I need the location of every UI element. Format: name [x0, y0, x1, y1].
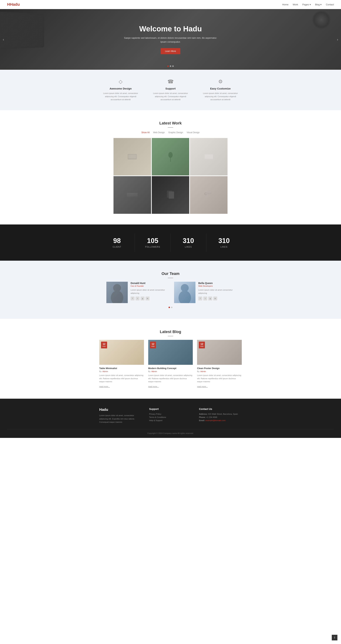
team-photo-donald — [106, 282, 128, 303]
blog-grid: 12 FEB Table Minimalist By: Admin Lorem … — [99, 340, 242, 388]
footer-address: Address: 415 Walk Street, Barcelona, Spa… — [199, 413, 242, 415]
footer-help[interactable]: Help & Support — [149, 419, 192, 422]
blog-divider — [168, 336, 173, 336]
svg-rect-7 — [127, 196, 138, 196]
svg-rect-8 — [127, 193, 138, 194]
social-facebook-donald[interactable]: f — [131, 296, 134, 300]
logo-highlight: H — [7, 2, 10, 6]
footer-email-link[interactable]: example@domain.com — [205, 419, 226, 422]
team-member-2: Bella Queen Web Developers Lorem ipsum d… — [174, 282, 235, 303]
work-item-5[interactable] — [152, 176, 189, 214]
feature-customize: ⚙ Easy Customize Lorem ipsum dolor sit a… — [201, 79, 240, 101]
feature-design-desc: Lorem ipsum dolor sit amet, consectetur … — [101, 92, 140, 101]
hero-prev-arrow[interactable]: ‹ — [3, 38, 4, 42]
svg-rect-1 — [128, 154, 136, 158]
blog-image-1: 12 FEB — [99, 340, 144, 365]
blog-section: Latest Blog 12 FEB Table Minimalist By: … — [0, 319, 341, 399]
team-socials-donald: f t g in — [131, 296, 167, 300]
social-twitter-bella[interactable]: t — [203, 296, 207, 300]
social-google-bella[interactable]: g — [208, 296, 212, 300]
feature-support: ☎ Support Lorem ipsum dolor sit amet, co… — [151, 79, 190, 101]
blog-readmore-2[interactable]: read more... — [148, 386, 159, 388]
stat-likes-1-number: 310 — [174, 237, 203, 244]
stat-likes-2-number: 310 — [210, 237, 238, 244]
filter-visual-design[interactable]: Visual Design — [187, 131, 200, 134]
hero-dots — [167, 66, 174, 67]
gear-icon: ⚙ — [201, 79, 240, 84]
footer-copyright: Copyright © 2024 Company name All rights… — [7, 429, 334, 434]
stat-likes-1-label: Likes — [174, 246, 203, 248]
team-section: Our Team Donald Hunt Ceo & Founder Lorem… — [0, 261, 341, 319]
stat-likes-2: 310 Likes — [206, 234, 242, 252]
blog-author-3: By: Admin — [197, 370, 242, 372]
blog-title-2: Modern Building Concept — [148, 367, 193, 370]
hero-cta-button[interactable]: Learn More — [161, 48, 180, 54]
work-item-3[interactable] — [190, 138, 228, 176]
blog-date-3: 12 FEB — [199, 342, 205, 348]
hero-dot-1[interactable] — [167, 66, 169, 67]
svg-rect-10 — [169, 192, 174, 198]
stat-client-label: Client — [103, 246, 131, 248]
footer-privacy[interactable]: Privacy Policy — [149, 413, 192, 415]
blog-card-2: 12 FEB Modern Building Concept By: Admin… — [148, 340, 193, 388]
svg-point-2 — [168, 152, 173, 158]
section-divider — [168, 127, 173, 128]
svg-rect-5 — [205, 154, 213, 158]
svg-point-16 — [179, 290, 191, 303]
social-linkedin-donald[interactable]: in — [146, 296, 149, 300]
social-twitter-donald[interactable]: t — [136, 296, 139, 300]
hero-dot-3[interactable] — [172, 66, 174, 67]
hero-dot-2[interactable] — [170, 66, 171, 67]
team-dot-2[interactable] — [171, 307, 172, 308]
filter-web-design[interactable]: Web Design — [153, 131, 165, 134]
work-item-2[interactable] — [152, 138, 189, 176]
nav-blog[interactable]: Blog ▾ — [315, 3, 322, 6]
footer-brand: Hadu Lorem ipsum dolor sit amet, consect… — [99, 408, 142, 424]
feature-design: ◇ Awesome Design Lorem ipsum dolor sit a… — [101, 79, 140, 101]
hero-section: Welcome to Hadu Saepe sapiente sed labor… — [0, 9, 341, 70]
blog-date-1: 12 FEB — [101, 342, 107, 348]
social-facebook-bella[interactable]: f — [198, 296, 202, 300]
filter-show-all[interactable]: Show All — [141, 131, 149, 134]
hero-camera-decoration — [313, 11, 330, 29]
svg-point-14 — [111, 290, 123, 303]
svg-rect-6 — [127, 194, 138, 195]
work-item-1[interactable] — [113, 138, 151, 176]
work-item-4[interactable] — [113, 176, 151, 214]
nav-pages[interactable]: Pages ▾ — [302, 3, 311, 6]
navigation: HHadu Home Work Pages ▾ Blog ▾ Contact — [0, 0, 341, 9]
social-google-donald[interactable]: g — [141, 296, 144, 300]
logo[interactable]: HHadu — [7, 2, 20, 7]
stat-followers: 105 Followers — [135, 234, 170, 252]
stat-followers-label: Followers — [138, 246, 167, 248]
nav-contact[interactable]: Contact — [326, 3, 334, 6]
stat-likes-1: 310 Likes — [171, 234, 206, 252]
hero-next-arrow[interactable]: › — [337, 38, 338, 42]
blog-readmore-1[interactable]: read more... — [99, 386, 110, 388]
blog-readmore-3[interactable]: read more... — [197, 386, 208, 388]
filter-graphic-design[interactable]: Graphic Design — [168, 131, 183, 134]
team-photo-bella — [174, 282, 195, 303]
blog-author-2: By: Admin — [148, 370, 193, 372]
nav-work[interactable]: Work — [293, 3, 298, 6]
stat-client-number: 98 — [103, 237, 131, 244]
team-info-bella: Bella Queen Web Developers Lorem ipsum d… — [198, 282, 235, 303]
blog-title-3: Clean Poster Design — [197, 367, 242, 370]
blog-card-1: 12 FEB Table Minimalist By: Admin Lorem … — [99, 340, 144, 388]
logo-text: Hadu — [10, 2, 20, 6]
footer-support-links: Privacy Policy Terms & Conditions Help &… — [149, 413, 192, 422]
social-linkedin-bella[interactable]: in — [213, 296, 217, 300]
latest-work-title: Latest Work — [7, 121, 334, 126]
features-grid: ◇ Awesome Design Lorem ipsum dolor sit a… — [94, 79, 247, 101]
blog-author-1: By: Admin — [99, 370, 144, 372]
footer-terms[interactable]: Terms & Conditions — [149, 416, 192, 418]
blog-excerpt-2: Lorem ipsum dolor sit amet, consectetur … — [148, 374, 193, 383]
hero-title: Welcome to Hadu — [121, 24, 220, 33]
team-desc-bella: Lorem ipsum dolor sit amet consectetur a… — [198, 288, 235, 295]
work-item-6[interactable]: Ctext — [190, 176, 228, 214]
nav-home[interactable]: Home — [282, 3, 289, 6]
team-role-donald: Ceo & Founder — [131, 285, 167, 287]
team-info-donald: Donald Hunt Ceo & Founder Lorem ipsum do… — [131, 282, 167, 303]
footer-support: Support Privacy Policy Terms & Condition… — [149, 408, 192, 424]
team-dot-1[interactable] — [169, 307, 170, 308]
